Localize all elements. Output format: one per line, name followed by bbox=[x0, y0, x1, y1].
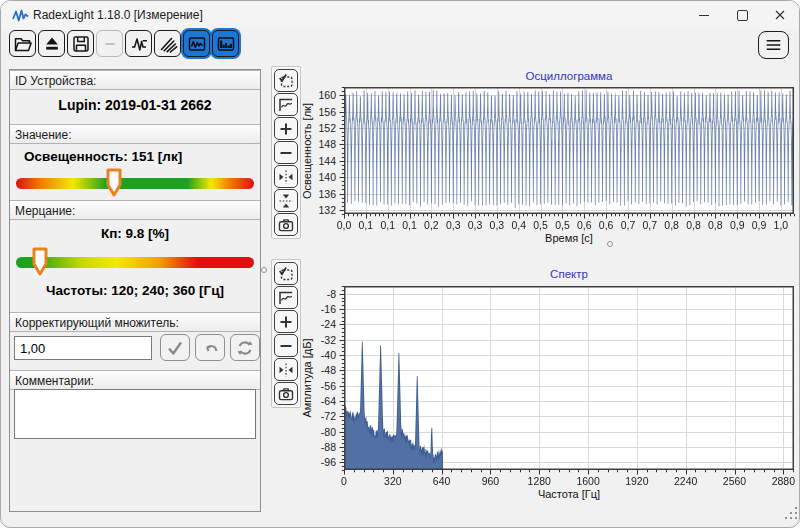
osc-fit-frame-button[interactable] bbox=[274, 93, 298, 116]
apply-multiplier-button[interactable] bbox=[160, 334, 190, 361]
y-tick-label: -88 bbox=[300, 441, 336, 453]
spectrum-view-button[interactable] bbox=[212, 30, 239, 57]
refresh-icon bbox=[235, 338, 255, 358]
comments-textarea[interactable] bbox=[14, 389, 256, 439]
zoom-select-icon bbox=[277, 72, 295, 90]
minus-icon bbox=[277, 337, 295, 355]
spectrum-toolbar bbox=[271, 259, 301, 408]
y-tick-label: -16 bbox=[300, 303, 336, 315]
illuminance-marker[interactable] bbox=[105, 168, 123, 198]
x-tick-label: 2240 bbox=[661, 475, 711, 487]
horizontal-splitter-grip[interactable] bbox=[607, 241, 613, 247]
spec-fit-frame-button[interactable] bbox=[274, 286, 298, 309]
eject-icon bbox=[42, 34, 62, 54]
osc-snapshot-button[interactable] bbox=[274, 213, 298, 236]
title-bar[interactable]: RadexLight 1.18.0 [Измерение] bbox=[1, 1, 799, 29]
illuminance-scale bbox=[16, 178, 254, 189]
spec-snapshot-button[interactable] bbox=[274, 382, 298, 405]
y-tick-label: -56 bbox=[300, 380, 336, 392]
rays-button[interactable] bbox=[154, 30, 181, 57]
value-section-header: Значение: bbox=[10, 124, 260, 144]
y-tick-label: -40 bbox=[300, 349, 336, 361]
rays-icon bbox=[158, 34, 178, 54]
zoom-select-icon bbox=[277, 265, 295, 283]
spec-zoom-in-button[interactable] bbox=[274, 310, 298, 333]
spec-zoom-out-button[interactable] bbox=[274, 334, 298, 357]
eject-button[interactable] bbox=[38, 30, 65, 57]
comments-header: Комментарии: bbox=[10, 370, 260, 390]
oscillogram-view-button[interactable] bbox=[183, 30, 210, 57]
x-tick-label: 640 bbox=[417, 475, 467, 487]
osc-zoom-out-button[interactable] bbox=[274, 141, 298, 164]
spectrum-plot[interactable] bbox=[338, 285, 800, 479]
flicker-scale bbox=[16, 257, 254, 268]
y-tick-label: -48 bbox=[300, 364, 336, 376]
folder-open-icon bbox=[13, 34, 33, 54]
osc-fit-vertical-button[interactable] bbox=[274, 189, 298, 212]
refresh-multiplier-button[interactable] bbox=[230, 334, 260, 361]
save-button[interactable] bbox=[67, 30, 94, 57]
illuminance-reading: Освещенность: 151 [лк] bbox=[24, 149, 182, 164]
undo-multiplier-button[interactable] bbox=[195, 334, 225, 361]
x-tick-label: 320 bbox=[368, 475, 418, 487]
y-tick-label: -64 bbox=[300, 395, 336, 407]
osc-zoom-select-button[interactable] bbox=[274, 69, 298, 92]
minimize-button[interactable] bbox=[685, 1, 723, 29]
close-button[interactable] bbox=[761, 1, 799, 29]
pulse-minus-icon bbox=[129, 34, 149, 54]
spectrum-bars-icon bbox=[216, 34, 236, 54]
y-tick-label: -24 bbox=[300, 318, 336, 330]
y-tick-label: 144 bbox=[300, 155, 336, 167]
y-tick-label: 152 bbox=[300, 122, 336, 134]
flicker-kp-value: Кп: 9.8 [%] bbox=[10, 226, 260, 241]
close-icon bbox=[774, 9, 786, 21]
y-tick-label: -32 bbox=[300, 334, 336, 346]
plus-icon bbox=[277, 313, 295, 331]
dash-icon bbox=[100, 34, 120, 54]
hamburger-icon bbox=[765, 37, 782, 53]
pulse-measure-button[interactable] bbox=[125, 30, 152, 57]
x-tick-label: 1920 bbox=[612, 475, 662, 487]
undo-arrow-icon bbox=[200, 338, 220, 358]
vertical-splitter-grip[interactable] bbox=[261, 267, 267, 273]
x-tick-label: 1,0 bbox=[756, 219, 800, 231]
y-tick-label: 136 bbox=[300, 188, 336, 200]
maximize-button[interactable] bbox=[723, 1, 761, 29]
open-file-button[interactable] bbox=[9, 30, 36, 57]
osc-fit-horizontal-button[interactable] bbox=[274, 165, 298, 188]
x-tick-label: 2880 bbox=[758, 475, 800, 487]
fit-frame-icon bbox=[277, 289, 295, 307]
x-tick-label: 1280 bbox=[514, 475, 564, 487]
window-title: RadexLight 1.18.0 [Измерение] bbox=[33, 8, 203, 22]
plus-icon bbox=[277, 120, 295, 138]
spec-zoom-select-button[interactable] bbox=[274, 262, 298, 285]
device-id-header: ID Устройства: bbox=[10, 70, 260, 90]
y-tick-label: 140 bbox=[300, 171, 336, 183]
fit-horizontal-icon bbox=[277, 168, 295, 186]
device-id-value: Lupin: 2019-01-31 2662 bbox=[10, 97, 260, 113]
osc-zoom-in-button[interactable] bbox=[274, 117, 298, 140]
y-tick-label: 132 bbox=[300, 204, 336, 216]
spec-fit-horizontal-button[interactable] bbox=[274, 358, 298, 381]
camera-icon bbox=[277, 216, 295, 234]
maximize-icon bbox=[737, 10, 748, 21]
menu-button[interactable] bbox=[758, 31, 789, 59]
y-tick-label: 148 bbox=[300, 138, 336, 150]
minimize-icon bbox=[699, 15, 709, 16]
y-tick-label: -96 bbox=[300, 456, 336, 468]
disabled-dash-button bbox=[96, 30, 123, 57]
oscillogram-plot[interactable] bbox=[338, 86, 800, 223]
spectrum-x-axis-label: Частота [Гц] bbox=[344, 488, 794, 500]
flicker-marker[interactable] bbox=[31, 247, 49, 277]
x-tick-label: 960 bbox=[465, 475, 515, 487]
multiplier-input[interactable] bbox=[14, 336, 152, 360]
multiplier-header: Корректирующий множитель: bbox=[10, 312, 260, 332]
flicker-section-header: Мерцание: bbox=[10, 200, 260, 220]
app-logo-icon bbox=[12, 8, 29, 23]
camera-icon bbox=[277, 385, 295, 403]
y-tick-label: -8 bbox=[300, 288, 336, 300]
save-icon bbox=[71, 34, 91, 54]
fit-horizontal-icon bbox=[277, 361, 295, 379]
x-tick-label: 2560 bbox=[710, 475, 760, 487]
flicker-frequencies: Частоты: 120; 240; 360 [Гц] bbox=[10, 283, 260, 298]
